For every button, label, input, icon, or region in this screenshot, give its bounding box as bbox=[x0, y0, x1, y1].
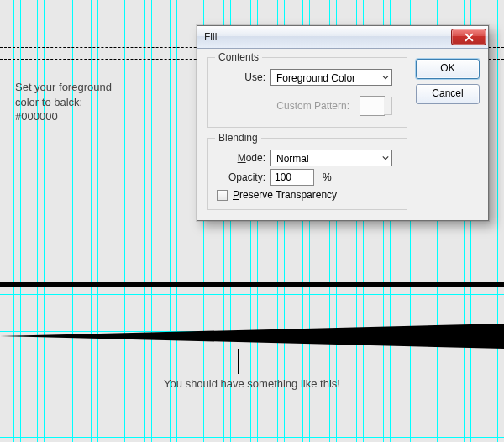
contents-group-label: Contents bbox=[215, 51, 262, 63]
blending-group: Blending Mode: Normal Opacity: 100 % bbox=[207, 138, 407, 210]
annotation-result: You should have something like this! bbox=[0, 376, 504, 392]
chevron-down-icon bbox=[382, 74, 389, 81]
chevron-down-icon bbox=[382, 155, 389, 161]
close-button[interactable] bbox=[451, 29, 486, 45]
filled-selection-bar bbox=[0, 282, 504, 287]
close-icon bbox=[465, 33, 474, 42]
annotation-foreground: Set your foreground color to balck: #000… bbox=[15, 80, 112, 124]
callout-line bbox=[238, 349, 239, 374]
mode-label: Mode: bbox=[217, 152, 265, 164]
opacity-label: Opacity: bbox=[217, 171, 265, 183]
svg-marker-0 bbox=[0, 324, 504, 349]
brush-stroke-result bbox=[0, 324, 504, 349]
mode-select-value: Normal bbox=[276, 153, 309, 165]
custom-pattern-label: Custom Pattern: bbox=[217, 100, 349, 112]
use-select[interactable]: Foreground Color bbox=[270, 69, 392, 86]
opacity-unit: % bbox=[323, 171, 332, 183]
horizontal-guide bbox=[0, 294, 504, 295]
cancel-button[interactable]: Cancel bbox=[416, 84, 480, 104]
blending-group-label: Blending bbox=[215, 132, 261, 144]
mode-select[interactable]: Normal bbox=[270, 150, 392, 166]
dialog-title: Fill bbox=[204, 31, 451, 43]
dialog-titlebar[interactable]: Fill bbox=[197, 26, 488, 49]
custom-pattern-swatch bbox=[360, 96, 385, 116]
contents-group: Contents Use: Foreground Color Custom Pa… bbox=[207, 57, 407, 128]
fill-dialog: Fill Contents Use: Foreground Color bbox=[197, 25, 489, 221]
use-label: Use: bbox=[217, 71, 265, 83]
horizontal-guide bbox=[0, 437, 504, 438]
use-select-value: Foreground Color bbox=[276, 72, 355, 84]
ok-button[interactable]: OK bbox=[416, 59, 480, 79]
preserve-transparency-checkbox[interactable] bbox=[217, 190, 228, 201]
preserve-transparency-label: Preserve Transparency bbox=[233, 189, 337, 201]
opacity-input[interactable]: 100 bbox=[270, 169, 314, 186]
